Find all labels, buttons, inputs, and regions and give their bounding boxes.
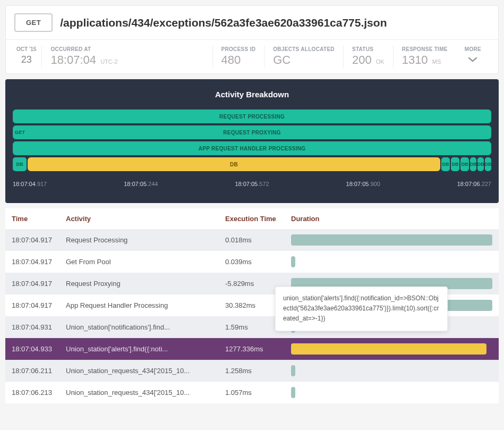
cell-activity: Request Proxying <box>66 280 225 288</box>
cell-activity: Union_station['alerts'].find({:noti... <box>66 345 225 353</box>
meta-objects: OBJECTS ALLOCATED GC <box>264 45 343 68</box>
th-time[interactable]: Time <box>12 215 66 223</box>
cell-time: 18:07:06.211 <box>12 367 66 375</box>
bar-label: DB <box>230 162 238 167</box>
cell-activity: Union_station_requests_434['2015_10... <box>66 389 225 397</box>
duration-bar <box>291 387 295 398</box>
cell-execution-time: 1277.336ms <box>225 345 288 353</box>
timeline-tick: 18:07:05.900 <box>346 181 380 187</box>
duration-bar <box>291 343 486 355</box>
cell-time: 18:07:04.917 <box>12 280 66 288</box>
bar-label: REQUEST PROCESSING <box>219 114 285 120</box>
bar-db-main[interactable]: DB <box>28 157 440 171</box>
table-row[interactable]: 18:07:04.917Get From Pool0.039ms <box>5 251 499 273</box>
meta-process-label: PROCESS ID <box>221 46 256 52</box>
table-row[interactable]: 18:07:06.213Union_station_requests_434['… <box>5 382 499 403</box>
db-segment-4[interactable]: DB <box>460 157 469 171</box>
cell-activity: Request Processing <box>66 236 225 244</box>
meta-row: OCT '15 23 OCCURRED AT 18:07:04 UTC-2 PR… <box>6 40 498 73</box>
db-segment-2[interactable]: DB <box>441 157 450 171</box>
breakdown-title: Activity Breakdown <box>5 90 499 99</box>
timeline-bars: REQUEST PROCESSING GET REQUEST PROXYING … <box>5 109 499 171</box>
meta-status: STATUS 200 OK <box>343 45 393 68</box>
activity-table: Time Activity Execution Time Duration 18… <box>5 208 499 403</box>
cell-execution-time: 0.018ms <box>225 236 288 244</box>
table-row[interactable]: 18:07:04.917Request Processing0.018ms <box>5 229 499 251</box>
meta-process: PROCESS ID 480 <box>212 45 264 68</box>
bar-label: REQUEST PROXYING <box>223 130 281 136</box>
table-row[interactable]: 18:07:04.933Union_station['alerts'].find… <box>5 338 499 360</box>
cell-time: 18:07:04.933 <box>12 345 66 353</box>
bar-request-processing[interactable]: REQUEST PROCESSING <box>13 109 491 123</box>
timeline-tick: 18:07:05.572 <box>235 181 269 187</box>
meta-occurred-label: OCCURRED AT <box>50 46 203 52</box>
table-row[interactable]: 18:07:06.211Union_station_requests_434['… <box>5 360 499 382</box>
duration-bar <box>291 256 295 267</box>
date-day: 23 <box>16 54 36 65</box>
meta-occurred-value: 18:07:04 UTC-2 <box>50 53 203 67</box>
tooltip-text: union_station['alerts'].find({:notificat… <box>283 294 439 322</box>
date-month: OCT '15 <box>16 46 36 52</box>
duration-bar <box>291 365 295 376</box>
meta-status-label: STATUS <box>352 46 385 52</box>
bar-get-label: GET <box>15 130 25 135</box>
meta-response-time: RESPONSE TIME 1310 MS <box>393 45 456 68</box>
cell-time: 18:07:06.213 <box>12 389 66 397</box>
cell-execution-time: 0.039ms <box>225 258 288 266</box>
cell-duration <box>288 387 492 398</box>
table-header-row: Time Activity Execution Time Duration <box>5 208 499 229</box>
db-segment-3[interactable]: DB <box>451 157 459 171</box>
db-segment-5[interactable]: DB <box>470 157 476 171</box>
http-method-badge: GET <box>14 13 53 32</box>
timeline-tick: 18:07:04.917 <box>13 181 47 187</box>
date-block: OCT '15 23 <box>12 45 42 68</box>
cell-time: 18:07:04.917 <box>12 236 66 244</box>
meta-response-label: RESPONSE TIME <box>402 46 448 52</box>
cell-time: 18:07:04.917 <box>12 258 66 266</box>
cell-duration <box>288 234 492 246</box>
th-activity[interactable]: Activity <box>66 215 225 223</box>
bar-request-proxying[interactable]: GET REQUEST PROXYING <box>13 125 491 139</box>
duration-bar <box>291 234 492 246</box>
cell-activity: Get From Pool <box>66 258 225 266</box>
cell-activity: Union_station_requests_434['2015_10... <box>66 367 225 375</box>
request-path: /applications/434/exceptions/562a3fe3ae6… <box>60 16 387 29</box>
bar-app-handler[interactable]: APP REQUEST HANDLER PROCESSING <box>13 141 491 155</box>
meta-status-value: 200 OK <box>352 53 385 67</box>
cell-time: 18:07:04.931 <box>12 323 66 331</box>
cell-activity: Union_station['notifications'].find... <box>66 323 225 331</box>
db-row: DB DB DB DB DB DB DB DB <box>13 157 491 171</box>
cell-execution-time: 1.057ms <box>225 389 288 397</box>
query-tooltip: union_station['alerts'].find({:notificat… <box>275 286 448 331</box>
th-duration[interactable]: Duration <box>288 215 492 223</box>
request-line: GET /applications/434/exceptions/562a3fe… <box>6 6 498 40</box>
meta-process-value: 480 <box>221 53 256 67</box>
meta-more-label: MORE <box>465 46 481 52</box>
cell-duration <box>288 256 492 267</box>
timeline-tick: 18:07:06.227 <box>457 181 491 187</box>
db-segment-7[interactable]: DB <box>485 157 491 171</box>
cell-execution-time: 1.258ms <box>225 367 288 375</box>
timeline-ticks: 18:07:04.91718:07:05.24418:07:05.57218:0… <box>5 173 499 187</box>
meta-objects-label: OBJECTS ALLOCATED <box>273 46 335 52</box>
cell-time: 18:07:04.917 <box>12 301 66 309</box>
cell-activity: App Request Handler Processing <box>66 301 225 309</box>
activity-breakdown-card: Activity Breakdown REQUEST PROCESSING GE… <box>5 79 499 203</box>
bar-label: APP REQUEST HANDLER PROCESSING <box>199 146 306 151</box>
meta-objects-value: GC <box>273 53 335 67</box>
meta-more-toggle[interactable]: MORE <box>456 45 492 68</box>
request-header-card: GET /applications/434/exceptions/562a3fe… <box>5 5 499 74</box>
cell-duration <box>288 343 492 355</box>
db-segment-1[interactable]: DB <box>13 157 27 171</box>
th-execution-time[interactable]: Execution Time <box>225 215 288 223</box>
meta-response-value: 1310 MS <box>402 53 448 67</box>
timeline-tick: 18:07:05.244 <box>124 181 158 187</box>
chevron-down-icon <box>465 54 481 65</box>
db-segment-6[interactable]: DB <box>477 157 484 171</box>
cell-duration <box>288 365 492 376</box>
meta-occurred: OCCURRED AT 18:07:04 UTC-2 <box>42 45 212 68</box>
